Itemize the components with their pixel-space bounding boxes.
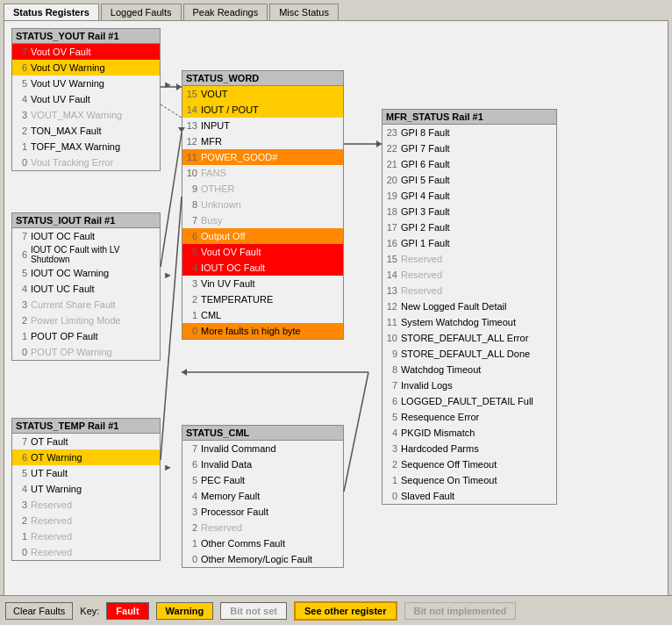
mfr-num-8: 8 bbox=[385, 364, 397, 375]
svg-line-5 bbox=[161, 197, 182, 460]
sy-row-7: 7 Vout OV Fault bbox=[12, 44, 160, 60]
si-label-2: Power Limiting Mode bbox=[31, 315, 157, 326]
st-row-1: 1 Reserved bbox=[12, 528, 160, 544]
sy-num-3: 3 bbox=[15, 110, 27, 120]
sw-num-1: 1 bbox=[185, 310, 197, 320]
sw-row-8: 8 Unknown bbox=[182, 197, 343, 212]
status-yout-panel: STATUS_YOUT Rail #1 7 Vout OV Fault 6 Vo… bbox=[11, 28, 161, 171]
key-fault-box: Fault bbox=[106, 602, 148, 620]
mfr-row-7: 7 Invalid Logs bbox=[382, 377, 556, 393]
sw-num-3: 3 bbox=[185, 278, 197, 289]
si-row-5: 5 IOUT OC Warning bbox=[12, 265, 160, 281]
mfr-row-16: 16 GPI 1 Fault bbox=[382, 235, 556, 251]
mfr-row-23: 23 GPI 8 Fault bbox=[382, 125, 556, 140]
status-cml-title: STATUS_CML bbox=[182, 426, 343, 441]
mfr-label-17: GPI 2 Fault bbox=[401, 222, 554, 233]
mfr-num-15: 15 bbox=[385, 254, 397, 264]
sw-label-11: POWER_GOOD# bbox=[201, 152, 340, 162]
si-label-1: POUT OP Fault bbox=[31, 331, 157, 341]
sy-label-5: Vout UV Warning bbox=[31, 78, 157, 89]
mfr-num-22: 22 bbox=[385, 143, 397, 154]
sc-row-2: 2 Reserved bbox=[182, 520, 343, 535]
sw-row-11: 11 POWER_GOOD# bbox=[182, 149, 343, 165]
sw-num-4: 4 bbox=[185, 262, 197, 273]
sc-label-1: Other Comms Fault bbox=[201, 538, 340, 549]
mfr-label-6: LOGGED_FAULT_DETAIL Full bbox=[401, 396, 554, 406]
sw-num-6: 6 bbox=[185, 231, 197, 241]
sw-row-3: 3 Vin UV Fault bbox=[182, 276, 343, 291]
sy-num-6: 6 bbox=[15, 62, 27, 73]
sw-row-12: 12 MFR bbox=[182, 133, 343, 149]
sc-num-6: 6 bbox=[185, 459, 197, 470]
sw-num-2: 2 bbox=[185, 294, 197, 305]
sy-num-0: 0 bbox=[15, 157, 27, 168]
mfr-row-12: 12 New Logged Fault Detail bbox=[382, 298, 556, 314]
sw-row-5: 5 Vout OV Fault bbox=[182, 244, 343, 260]
sw-num-14: 14 bbox=[185, 104, 197, 115]
sy-row-2: 2 TON_MAX Fault bbox=[12, 123, 160, 139]
sw-label-8: Unknown bbox=[201, 199, 340, 210]
sw-num-13: 13 bbox=[185, 120, 197, 131]
sw-num-8: 8 bbox=[185, 199, 197, 210]
mfr-label-23: GPI 8 Fault bbox=[401, 127, 554, 138]
mfr-status-panel: MFR_STATUS Rail #1 23 GPI 8 Fault 22 GPI… bbox=[382, 109, 557, 505]
si-row-4: 4 IOUT UC Fault bbox=[12, 281, 160, 297]
clear-faults-button[interactable]: Clear Faults bbox=[5, 602, 73, 620]
tab-status-registers[interactable]: Status Registers bbox=[4, 4, 99, 20]
mfr-num-0: 0 bbox=[385, 491, 397, 501]
key-see-other-box: See other register bbox=[294, 601, 397, 621]
tab-misc-status[interactable]: Misc Status bbox=[269, 4, 339, 20]
mfr-num-9: 9 bbox=[385, 348, 397, 359]
sc-num-4: 4 bbox=[185, 491, 197, 501]
key-warning-box: Warning bbox=[156, 602, 214, 620]
sc-row-4: 4 Memory Fault bbox=[182, 488, 343, 504]
st-label-6: OT Warning bbox=[31, 452, 157, 463]
footer: Clear Faults Key: Fault Warning Bit not … bbox=[0, 595, 672, 625]
mfr-num-23: 23 bbox=[385, 127, 397, 138]
si-label-5: IOUT OC Warning bbox=[31, 268, 157, 278]
mfr-num-5: 5 bbox=[385, 412, 397, 422]
mfr-label-19: GPI 4 Fault bbox=[401, 190, 554, 201]
sy-num-1: 1 bbox=[15, 141, 27, 152]
si-label-7: IOUT OC Fault bbox=[31, 231, 157, 241]
sw-row-7: 7 Busy bbox=[182, 212, 343, 228]
sc-num-2: 2 bbox=[185, 522, 197, 533]
mfr-row-2: 2 Sequence Off Timeout bbox=[382, 456, 556, 472]
mfr-num-12: 12 bbox=[385, 301, 397, 312]
sy-row-5: 5 Vout UV Warning bbox=[12, 75, 160, 91]
sc-label-5: PEC Fault bbox=[201, 475, 340, 485]
sw-label-5: Vout OV Fault bbox=[201, 247, 340, 257]
sw-label-3: Vin UV Fault bbox=[201, 278, 340, 289]
mfr-label-10: STORE_DEFAULT_ALL Error bbox=[401, 333, 554, 343]
main-area: STATUS_YOUT Rail #1 7 Vout OV Fault 6 Vo… bbox=[4, 20, 668, 598]
mfr-num-7: 7 bbox=[385, 380, 397, 391]
sy-num-5: 5 bbox=[15, 78, 27, 89]
status-cml-panel: STATUS_CML 7 Invalid Command 6 Invalid D… bbox=[182, 425, 344, 568]
si-row-6: 6 IOUT OC Fault with LV Shutdown bbox=[12, 244, 160, 265]
tab-peak-readings[interactable]: Peak Readings bbox=[183, 4, 268, 20]
sy-label-0: Vout Tracking Error bbox=[31, 157, 157, 168]
mfr-num-10: 10 bbox=[385, 333, 397, 343]
sw-num-9: 9 bbox=[185, 183, 197, 194]
sc-label-2: Reserved bbox=[201, 522, 340, 533]
key-bit-not-impl-box: Bit not implemented bbox=[404, 602, 517, 620]
svg-text:►: ► bbox=[163, 462, 173, 472]
mfr-label-4: PKGID Mismatch bbox=[401, 427, 554, 438]
mfr-row-21: 21 GPI 6 Fault bbox=[382, 156, 556, 172]
mfr-row-4: 4 PKGID Mismatch bbox=[382, 425, 556, 441]
mfr-label-5: Resequence Error bbox=[401, 412, 554, 422]
si-num-1: 1 bbox=[15, 331, 27, 341]
st-label-1: Reserved bbox=[31, 531, 157, 542]
sy-num-2: 2 bbox=[15, 126, 27, 136]
sw-label-15: VOUT bbox=[201, 89, 340, 99]
mfr-num-2: 2 bbox=[385, 459, 397, 470]
tab-logged-faults[interactable]: Logged Faults bbox=[101, 4, 182, 20]
sc-label-3: Processor Fault bbox=[201, 506, 340, 517]
sc-row-3: 3 Processor Fault bbox=[182, 504, 343, 520]
mfr-label-0: Slaved Fault bbox=[401, 491, 554, 501]
mfr-label-16: GPI 1 Fault bbox=[401, 238, 554, 248]
sw-row-4: 4 IOUT OC Fault bbox=[182, 260, 343, 276]
sc-row-6: 6 Invalid Data bbox=[182, 456, 343, 472]
svg-marker-10 bbox=[182, 369, 187, 376]
sc-row-5: 5 PEC Fault bbox=[182, 472, 343, 488]
